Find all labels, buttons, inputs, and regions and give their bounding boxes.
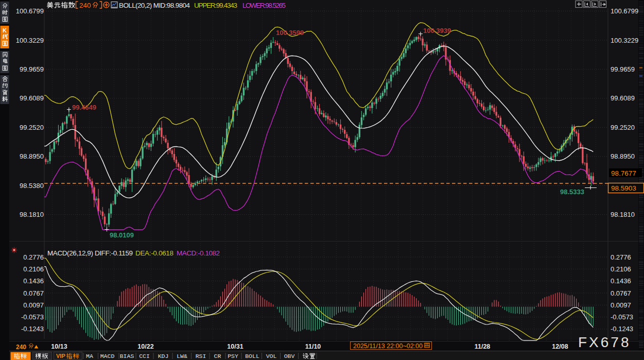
svg-text:0.2776: 0.2776 bbox=[23, 253, 44, 261]
svg-text:0.2776: 0.2776 bbox=[611, 253, 631, 261]
svg-text:VOL: VOL bbox=[266, 353, 277, 359]
svg-text:BOLL: BOLL bbox=[245, 353, 259, 359]
svg-text:100.3229: 100.3229 bbox=[611, 37, 638, 44]
svg-text:11/28: 11/28 bbox=[475, 343, 491, 350]
svg-text:100.6799: 100.6799 bbox=[611, 7, 638, 15]
svg-text:0.2106: 0.2106 bbox=[611, 265, 631, 273]
svg-text:99.6089: 99.6089 bbox=[611, 94, 635, 102]
svg-text:11/10: 11/10 bbox=[305, 343, 321, 350]
svg-text:MACD:-0.1082: MACD:-0.1082 bbox=[177, 249, 220, 257]
svg-text:KDJ: KDJ bbox=[158, 353, 169, 359]
svg-text:MACD: MACD bbox=[100, 353, 115, 359]
svg-text:MA: MA bbox=[86, 353, 93, 359]
svg-text:99.4649: 99.4649 bbox=[72, 104, 96, 111]
svg-text:-0.0573: -0.0573 bbox=[21, 313, 44, 321]
svg-text:0.1436: 0.1436 bbox=[23, 277, 44, 285]
svg-text:CCI: CCI bbox=[139, 353, 150, 359]
svg-text:0.0767: 0.0767 bbox=[611, 289, 631, 297]
svg-text:LW&: LW& bbox=[177, 353, 187, 359]
svg-text:98.5903: 98.5903 bbox=[611, 184, 636, 192]
svg-text:98.8950: 98.8950 bbox=[611, 152, 635, 160]
svg-text:98.0109: 98.0109 bbox=[110, 231, 134, 239]
svg-text:-0.1243: -0.1243 bbox=[21, 325, 44, 333]
svg-text:0.0097: 0.0097 bbox=[611, 301, 631, 309]
svg-text:99.9659: 99.9659 bbox=[611, 65, 635, 73]
svg-text:VIP: VIP bbox=[56, 353, 65, 359]
svg-text:PSY: PSY bbox=[228, 353, 238, 359]
svg-text:98.7677: 98.7677 bbox=[611, 169, 636, 177]
svg-text:-0.1243: -0.1243 bbox=[611, 325, 633, 333]
svg-text:10/22: 10/22 bbox=[137, 343, 153, 350]
svg-text:0.0767: 0.0767 bbox=[23, 289, 44, 297]
svg-text:BIAS: BIAS bbox=[120, 353, 134, 359]
svg-text:LOWER:98.5265: LOWER:98.5265 bbox=[242, 2, 286, 9]
svg-text:BOLL(20,2) MID:98.9804: BOLL(20,2) MID:98.9804 bbox=[119, 2, 190, 9]
svg-text:99.2520: 99.2520 bbox=[611, 124, 635, 131]
svg-text:-0.0573: -0.0573 bbox=[611, 313, 633, 321]
svg-text:CR: CR bbox=[214, 353, 221, 359]
svg-text:10/13: 10/13 bbox=[51, 343, 67, 350]
svg-text:99.9659: 99.9659 bbox=[20, 65, 44, 73]
svg-text:98.1810: 98.1810 bbox=[20, 211, 44, 218]
svg-text:RSI: RSI bbox=[196, 353, 206, 359]
svg-text:FX678: FX678 bbox=[578, 334, 631, 350]
svg-text:10/31: 10/31 bbox=[227, 343, 243, 350]
svg-text:100.6799: 100.6799 bbox=[16, 7, 44, 15]
svg-text:98.5380: 98.5380 bbox=[20, 182, 44, 190]
svg-text:K: K bbox=[3, 27, 7, 33]
svg-text:DEA:-0.0618: DEA:-0.0618 bbox=[135, 249, 173, 257]
svg-text:0.1436: 0.1436 bbox=[611, 277, 631, 285]
svg-text:0.0097: 0.0097 bbox=[23, 301, 44, 309]
svg-text:100.3939: 100.3939 bbox=[423, 27, 451, 35]
svg-text:98.1810: 98.1810 bbox=[611, 211, 635, 218]
svg-text:240: 240 bbox=[16, 344, 26, 351]
svg-text:99.6089: 99.6089 bbox=[20, 94, 44, 102]
svg-text:2025/11/13 22:00~02:00: 2025/11/13 22:00~02:00 bbox=[353, 342, 423, 350]
svg-text:12/08: 12/08 bbox=[552, 343, 568, 350]
svg-text:240: 240 bbox=[79, 2, 91, 9]
svg-text:OBV: OBV bbox=[284, 353, 295, 359]
svg-text:98.5333: 98.5333 bbox=[560, 188, 584, 196]
svg-text:100.3229: 100.3229 bbox=[16, 37, 44, 44]
svg-text:100.3599: 100.3599 bbox=[276, 29, 304, 37]
svg-text:MACD(26,12,9) DIFF:-0.1159: MACD(26,12,9) DIFF:-0.1159 bbox=[47, 249, 133, 257]
svg-text:98.8950: 98.8950 bbox=[20, 152, 44, 160]
svg-text:0.2106: 0.2106 bbox=[23, 265, 44, 273]
svg-text:UPPER:99.4343: UPPER:99.4343 bbox=[194, 2, 237, 9]
svg-text:99.2520: 99.2520 bbox=[20, 124, 44, 131]
